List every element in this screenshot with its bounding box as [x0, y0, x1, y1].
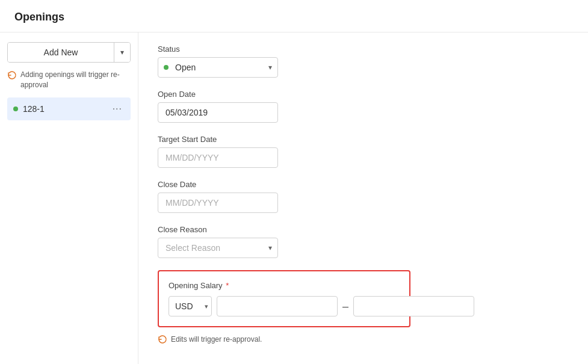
target-start-date-label: Target Start Date [158, 135, 569, 144]
edit-refresh-icon [158, 335, 167, 344]
currency-select[interactable]: USD EUR GBP CAD [169, 296, 212, 316]
status-select[interactable]: Open Closed On Hold [158, 57, 278, 78]
target-start-date-group: Target Start Date [158, 135, 569, 168]
status-open-dot [164, 65, 169, 70]
sidebar-item-128-1[interactable]: 128-1 ··· [7, 97, 131, 120]
edit-warning: Edits will trigger re-approval. [158, 335, 569, 344]
status-label: Status [158, 45, 569, 54]
refresh-icon [7, 70, 17, 80]
sidebar-item-label: 128-1 [23, 104, 45, 114]
salary-separator: – [342, 300, 348, 313]
close-reason-select-wrapper: Select Reason Filled Cancelled On Hold ▾ [158, 238, 278, 258]
close-reason-label: Close Reason [158, 225, 569, 234]
edit-warning-text: Edits will trigger re-approval. [171, 335, 262, 344]
salary-row: USD EUR GBP CAD ▾ – [169, 296, 400, 316]
close-date-input[interactable] [158, 193, 278, 213]
currency-select-wrapper: USD EUR GBP CAD ▾ [169, 296, 212, 316]
required-indicator: * [224, 281, 229, 290]
close-reason-group: Close Reason Select Reason Filled Cancel… [158, 225, 569, 258]
page-header: Openings [0, 0, 588, 32]
status-select-wrapper: Open Closed On Hold ▾ [158, 57, 278, 78]
open-date-input[interactable] [158, 102, 278, 123]
ellipsis-menu-button[interactable]: ··· [110, 102, 125, 116]
add-new-btn-group: Add New ▾ [7, 42, 131, 63]
target-start-date-input[interactable] [158, 147, 278, 168]
opening-salary-label: Opening Salary * [169, 281, 400, 290]
close-date-label: Close Date [158, 180, 569, 189]
page-title: Openings [14, 11, 574, 23]
add-new-dropdown-button[interactable]: ▾ [114, 43, 130, 62]
warning-message: Adding openings will trigger re-approval [7, 70, 131, 90]
status-group: Status Open Closed On Hold ▾ [158, 45, 569, 78]
sidebar: Add New ▾ Adding openings will trigger r… [0, 32, 138, 364]
status-dot-indicator [13, 106, 18, 111]
add-new-button[interactable]: Add New [8, 43, 114, 62]
chevron-down-icon: ▾ [120, 48, 124, 57]
close-reason-select[interactable]: Select Reason Filled Cancelled On Hold [158, 238, 278, 258]
form-area: Status Open Closed On Hold ▾ Open Date [138, 32, 588, 364]
page-container: Openings Add New ▾ Adding opening [0, 0, 588, 364]
open-date-group: Open Date [158, 90, 569, 123]
warning-text: Adding openings will trigger re-approval [20, 70, 131, 90]
salary-min-input[interactable] [217, 296, 338, 316]
opening-salary-section: Opening Salary * USD EUR GBP CAD ▾ – [158, 270, 410, 327]
open-date-label: Open Date [158, 90, 569, 99]
sidebar-item-left: 128-1 [13, 104, 45, 114]
main-content: Add New ▾ Adding openings will trigger r… [0, 32, 588, 364]
salary-max-input[interactable] [353, 296, 474, 316]
close-date-group: Close Date [158, 180, 569, 213]
